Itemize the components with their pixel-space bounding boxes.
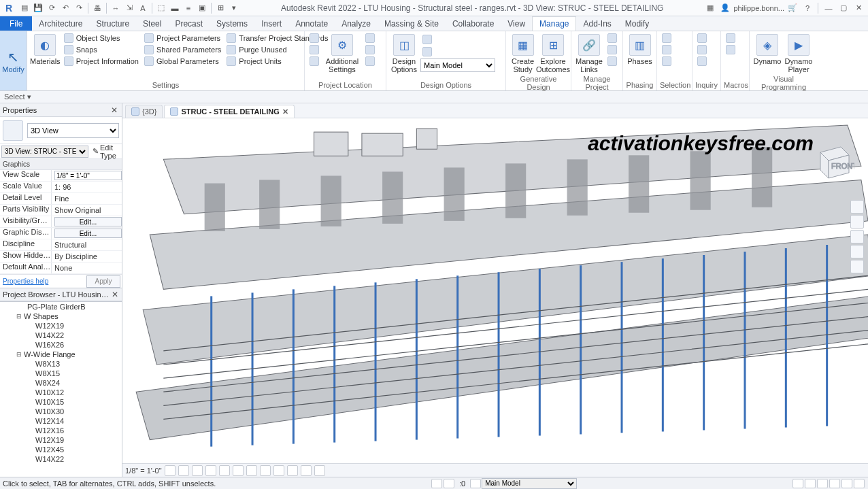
tree-item[interactable]: W10X30 (0, 407, 122, 416)
select-row[interactable]: Select ▾ (0, 91, 868, 103)
main-model-select[interactable]: Main Model (420, 58, 495, 72)
vc-lock-icon[interactable] (260, 465, 271, 476)
position-button[interactable] (307, 56, 321, 67)
sel-1-button[interactable] (660, 33, 673, 44)
qat-measure-icon[interactable]: ↔ (109, 1, 122, 15)
qat-3d-icon[interactable]: ⬚ (154, 1, 168, 15)
phases-button[interactable]: ▥ Phases (626, 33, 654, 65)
nav-orbit-icon[interactable] (850, 260, 864, 273)
additional-settings-button[interactable]: ⚙ Additional Settings (322, 33, 362, 73)
tab-close-icon[interactable]: ✕ (282, 107, 288, 116)
sb-sel5-icon[interactable] (841, 479, 852, 488)
loc-opt3-button[interactable] (363, 56, 377, 67)
global-parameters-button[interactable]: Global Parameters (142, 56, 223, 67)
loc-opt2-button[interactable] (363, 44, 377, 55)
project-parameters-button[interactable]: Project Parameters (142, 33, 223, 44)
tree-item[interactable]: W10X12 (0, 388, 122, 397)
sb-filter-icon[interactable] (854, 479, 865, 488)
vc-cropvis-icon[interactable] (246, 465, 257, 476)
create-study-button[interactable]: ▦ Create Study (509, 33, 537, 73)
qat-thinlines-icon[interactable]: ≡ (182, 1, 195, 15)
view-tab-3d[interactable]: {3D} (125, 105, 163, 118)
property-value[interactable]: Edit... (52, 228, 122, 239)
qat-open-icon[interactable]: ▤ (18, 1, 31, 15)
qat-section-icon[interactable]: ▬ (168, 1, 182, 15)
vc-style-icon[interactable] (178, 465, 189, 476)
user-name[interactable]: philippe.bonn... (733, 4, 784, 12)
cart-icon[interactable]: 🛒 (786, 1, 799, 15)
tab-massing[interactable]: Massing & Site (378, 16, 446, 31)
design-options-button[interactable]: ◫ Design Options (389, 33, 419, 73)
qat-switch-icon[interactable]: ⊞ (214, 1, 227, 15)
keyboard-icon[interactable]: ▦ (703, 1, 717, 15)
snaps-button[interactable]: Snaps (62, 44, 141, 55)
mac-1-button[interactable] (724, 33, 737, 44)
tree-item[interactable]: W8X15 (0, 369, 122, 378)
tree-item[interactable]: W14X22 (0, 331, 122, 340)
graphics-group[interactable]: Graphics (0, 159, 122, 170)
tree-item[interactable]: W16X26 (0, 340, 122, 350)
instance-select[interactable]: 3D View: STRUC - STE (1, 146, 88, 158)
sb-sel4-icon[interactable] (829, 479, 840, 488)
properties-help-link[interactable]: Properties help (0, 277, 86, 285)
tree-item[interactable]: W14X22 (0, 454, 122, 464)
sel-2-button[interactable] (660, 44, 673, 55)
tree-item[interactable]: W12X45 (0, 445, 122, 454)
qat-undo-icon[interactable]: ↶ (59, 1, 72, 15)
help-icon[interactable]: ? (801, 1, 814, 15)
sb-sel2-icon[interactable] (805, 479, 816, 488)
tab-manage[interactable]: Manage (532, 16, 576, 31)
tab-addins[interactable]: Add-Ins (576, 16, 618, 31)
materials-button[interactable]: ◐ Materials (30, 33, 61, 67)
browser-close-icon[interactable]: ✕ (111, 290, 119, 299)
nav-home-icon[interactable] (850, 200, 864, 214)
tab-analyze[interactable]: Analyze (335, 16, 378, 31)
object-styles-button[interactable]: Object Styles (62, 33, 141, 44)
inq-2-button[interactable] (695, 44, 709, 55)
view-cube[interactable]: FRONT (807, 139, 854, 186)
tab-modify[interactable]: Modify (618, 16, 656, 31)
property-value[interactable]: Edit... (52, 216, 122, 227)
pick-to-edit-button[interactable] (420, 46, 495, 57)
vc-render-icon[interactable] (219, 465, 230, 476)
inq-1-button[interactable] (695, 33, 709, 44)
vc-temp-icon[interactable] (273, 465, 284, 476)
vc-sun-icon[interactable] (192, 465, 203, 476)
qat-align-icon[interactable]: ⇲ (122, 1, 136, 15)
vc-crop-icon[interactable] (233, 465, 244, 476)
sel-3-button[interactable] (660, 56, 673, 67)
tree-item[interactable]: W12X19 (0, 321, 122, 331)
add-to-set-button[interactable] (420, 34, 495, 45)
tree-group[interactable]: W-Wide Flange (0, 350, 122, 359)
dynamo-player-button[interactable]: ▶ Dynamo Player (784, 33, 814, 73)
property-input[interactable] (54, 171, 122, 180)
mp-2-button[interactable] (605, 44, 619, 55)
explore-outcomes-button[interactable]: ⊞ Explore Outcomes (538, 33, 568, 73)
modify-button[interactable]: ↖ Modify (0, 31, 27, 90)
sb-3-icon[interactable] (470, 479, 481, 488)
property-edit-button[interactable]: Edit... (54, 229, 122, 238)
3d-canvas[interactable]: activationkeysfree.com FRONT (122, 118, 868, 463)
tab-collaborate[interactable]: Collaborate (446, 16, 501, 31)
file-tab[interactable]: File (0, 16, 32, 31)
qat-redo-icon[interactable]: ↷ (72, 1, 86, 15)
status-model-select[interactable]: Main Model (482, 478, 577, 489)
mac-2-button[interactable] (724, 44, 737, 55)
tab-annotate[interactable]: Annotate (288, 16, 335, 31)
qat-text-icon[interactable]: A (136, 1, 150, 15)
qat-sync-icon[interactable]: ⟳ (45, 1, 59, 15)
location-button[interactable] (307, 33, 321, 44)
manage-links-button[interactable]: 🔗 Manage Links (574, 33, 604, 73)
qat-dropdown-icon[interactable]: ▾ (227, 1, 241, 15)
tree-item[interactable]: W10X15 (0, 397, 122, 407)
minimize-icon[interactable]: — (822, 1, 835, 15)
nav-zoom-icon[interactable] (850, 245, 864, 258)
tab-architecture[interactable]: Architecture (32, 16, 89, 31)
tab-view[interactable]: View (501, 16, 532, 31)
user-icon[interactable]: 👤 (718, 1, 732, 15)
apply-button[interactable]: Apply (86, 275, 120, 288)
nav-pan-icon[interactable] (850, 230, 864, 243)
edit-type-button[interactable]: ✎Edit Type (90, 144, 122, 160)
sb-sel3-icon[interactable] (817, 479, 828, 488)
property-value[interactable] (52, 170, 122, 181)
